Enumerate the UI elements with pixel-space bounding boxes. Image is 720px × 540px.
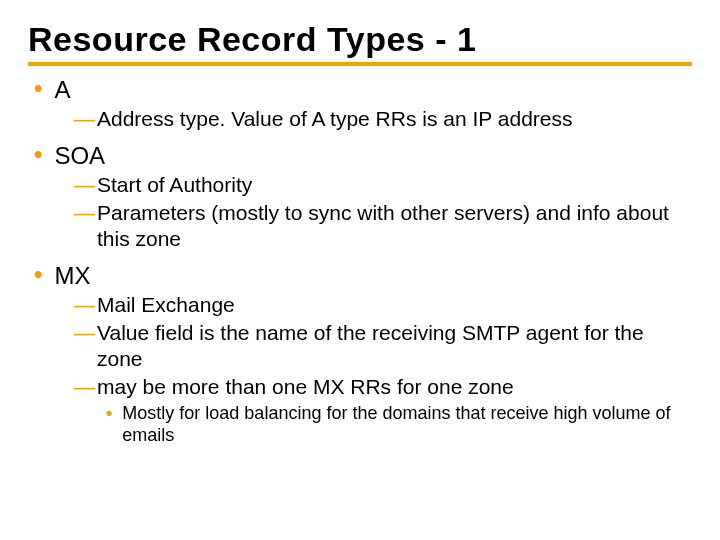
section-mx: • MX — Mail Exchange — Value field is th… bbox=[34, 262, 692, 446]
bullet-icon: • bbox=[106, 402, 112, 424]
section-a: • A — Address type. Value of A type RRs … bbox=[34, 76, 692, 132]
sub-soa-2: — Parameters (mostly to sync with other … bbox=[74, 200, 692, 252]
slide-title: Resource Record Types - 1 bbox=[28, 22, 692, 58]
subsub-mx-3-1: • Mostly for load balancing for the doma… bbox=[106, 402, 692, 446]
bullet-label: SOA bbox=[54, 142, 105, 170]
sub-label: Address type. Value of A type RRs is an … bbox=[97, 106, 572, 132]
dash-icon: — bbox=[74, 172, 95, 198]
bullet-label: A bbox=[54, 76, 70, 104]
slide-content: • A — Address type. Value of A type RRs … bbox=[28, 76, 692, 446]
bullet-icon: • bbox=[34, 76, 42, 100]
sub-label: Parameters (mostly to sync with other se… bbox=[97, 200, 687, 252]
bullet-icon: • bbox=[34, 262, 42, 286]
sub-label: Start of Authority bbox=[97, 172, 252, 198]
bullet-a: • A bbox=[34, 76, 692, 104]
dash-icon: — bbox=[74, 292, 95, 318]
subsub-label: Mostly for load balancing for the domain… bbox=[122, 402, 682, 446]
sub-label: may be more than one MX RRs for one zone bbox=[97, 374, 514, 400]
title-underline bbox=[28, 62, 692, 66]
dash-icon: — bbox=[74, 106, 95, 132]
sub-label: Value field is the name of the receiving… bbox=[97, 320, 687, 372]
dash-icon: — bbox=[74, 320, 95, 346]
sub-label: Mail Exchange bbox=[97, 292, 235, 318]
section-soa: • SOA — Start of Authority — Parameters … bbox=[34, 142, 692, 252]
sub-mx-2: — Value field is the name of the receivi… bbox=[74, 320, 692, 372]
dash-icon: — bbox=[74, 200, 95, 226]
sub-mx-1: — Mail Exchange bbox=[74, 292, 692, 318]
bullet-soa: • SOA bbox=[34, 142, 692, 170]
bullet-mx: • MX bbox=[34, 262, 692, 290]
sub-mx-3: — may be more than one MX RRs for one zo… bbox=[74, 374, 692, 400]
bullet-label: MX bbox=[54, 262, 90, 290]
bullet-icon: • bbox=[34, 142, 42, 166]
sub-a-1: — Address type. Value of A type RRs is a… bbox=[74, 106, 692, 132]
slide: Resource Record Types - 1 • A — Address … bbox=[0, 0, 720, 540]
dash-icon: — bbox=[74, 374, 95, 400]
sub-soa-1: — Start of Authority bbox=[74, 172, 692, 198]
